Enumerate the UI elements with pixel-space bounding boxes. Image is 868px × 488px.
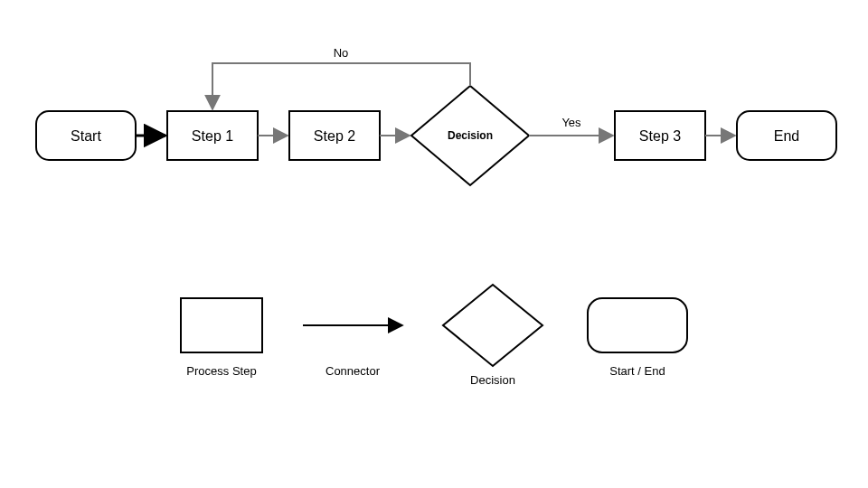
edge-no-label: No (334, 46, 349, 60)
node-start-label: Start (71, 128, 101, 144)
node-step2-label: Step 2 (314, 128, 355, 144)
node-end: End (737, 111, 836, 160)
node-start: Start (36, 111, 136, 160)
legend-decision-label: Decision (470, 373, 515, 387)
node-step3: Step 3 (615, 111, 705, 160)
node-end-label: End (774, 128, 799, 144)
legend-process: Process Step (181, 298, 262, 378)
node-step1-label: Step 1 (192, 128, 233, 144)
legend-connector-label: Connector (326, 364, 381, 378)
legend-terminal-label: Start / End (609, 364, 665, 378)
node-decision: Decision (411, 86, 529, 185)
node-step2: Step 2 (289, 111, 380, 160)
legend-terminal: Start / End (588, 298, 687, 378)
legend-connector: Connector (303, 325, 402, 378)
node-step3-label: Step 3 (639, 128, 681, 144)
legend-process-label: Process Step (186, 364, 256, 378)
edge-yes-label: Yes (561, 116, 581, 129)
svg-rect-9 (588, 298, 687, 352)
edge-decision-no-loop (212, 63, 470, 109)
svg-marker-8 (443, 285, 542, 366)
svg-rect-6 (181, 298, 262, 352)
flowchart-canvas: Start Step 1 Step 2 Decision Yes Step 3 … (0, 0, 868, 488)
legend-decision: Decision (443, 285, 542, 387)
node-step1: Step 1 (167, 111, 258, 160)
node-decision-label: Decision (448, 129, 493, 142)
